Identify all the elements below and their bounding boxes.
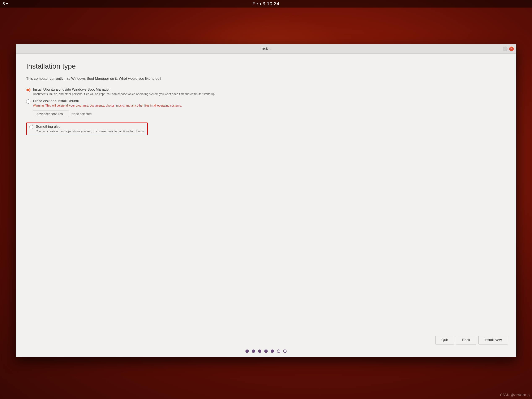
radio-erase[interactable] (26, 99, 30, 104)
title-bar: Install — ✕ (16, 44, 516, 54)
question-text: This computer currently has Windows Boot… (26, 76, 506, 81)
window-title: Install (260, 46, 272, 51)
install-dialog: Install — ✕ Installation type This compu… (16, 44, 516, 357)
page-title: Installation type (26, 62, 506, 70)
minimize-button[interactable]: — (503, 47, 507, 51)
advanced-features-button[interactable]: Advanced features... (33, 111, 69, 117)
topbar: S ▾ Feb 3 10:34 (0, 0, 532, 7)
dot-2 (252, 349, 255, 353)
close-icon: ✕ (510, 47, 513, 51)
option-alongside: Install Ubuntu alongside Windows Boot Ma… (26, 86, 506, 97)
topbar-left-indicator: S ▾ (2, 1, 8, 6)
title-bar-controls: — ✕ (503, 47, 514, 51)
option-erase-warning: Warning: This will delete all your progr… (33, 104, 182, 107)
close-button[interactable]: ✕ (509, 47, 514, 51)
option-group: Install Ubuntu alongside Windows Boot Ma… (26, 86, 506, 135)
something-else-highlight-box: Something else You can create or resize … (26, 122, 148, 135)
minimize-icon: — (504, 47, 507, 51)
back-button[interactable]: Back (456, 336, 476, 344)
option-alongside-label: Install Ubuntu alongside Windows Boot Ma… (33, 88, 215, 92)
watermark: CSDN @znwx.cn 片 (500, 393, 530, 397)
dot-3 (258, 349, 261, 353)
option-erase: Erase disk and install Ubuntu Warning: T… (26, 97, 506, 109)
dot-6 (277, 349, 280, 353)
dot-4 (264, 349, 268, 353)
button-row: Quit Back Install Now (24, 336, 508, 344)
dot-7 (283, 349, 286, 353)
option-erase-label: Erase disk and install Ubuntu (33, 99, 182, 103)
none-selected-text: None selected (71, 112, 92, 116)
content-area: Installation type This computer currentl… (16, 54, 516, 331)
advanced-row: Advanced features... None selected (33, 111, 506, 117)
bottom-area: Quit Back Install Now (16, 331, 516, 357)
option-something-else-desc: You can create or resize partitions your… (36, 130, 145, 133)
dot-5 (271, 349, 274, 353)
pagination-dots (24, 349, 508, 353)
option-something-else-label: Something else (36, 125, 145, 129)
option-something-else-wrapper: Something else You can create or resize … (26, 120, 506, 135)
install-now-button[interactable]: Install Now (478, 336, 508, 344)
quit-button[interactable]: Quit (435, 336, 454, 344)
topbar-time: Feb 3 10:34 (253, 1, 279, 6)
option-alongside-desc: Documents, music, and other personal fil… (33, 92, 215, 96)
radio-something-else[interactable] (29, 125, 33, 129)
radio-alongside[interactable] (26, 88, 30, 92)
dot-1 (246, 349, 249, 353)
